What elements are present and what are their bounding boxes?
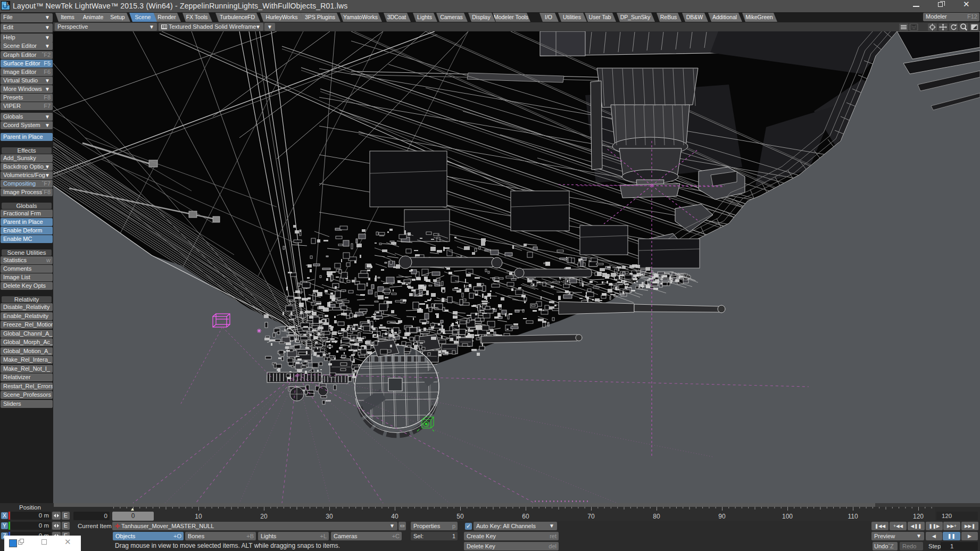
svg-text:110: 110 [848,513,858,520]
svg-text:120: 120 [913,513,924,520]
svg-text:40: 40 [391,513,398,520]
svg-text:90: 90 [718,513,726,520]
svg-text:20: 20 [260,513,268,520]
svg-text:80: 80 [653,513,660,520]
svg-text:50: 50 [456,513,464,520]
svg-text:30: 30 [326,513,333,520]
svg-text:10: 10 [195,513,202,520]
svg-text:70: 70 [587,513,595,520]
svg-text:60: 60 [522,513,529,520]
svg-text:100: 100 [782,513,793,520]
